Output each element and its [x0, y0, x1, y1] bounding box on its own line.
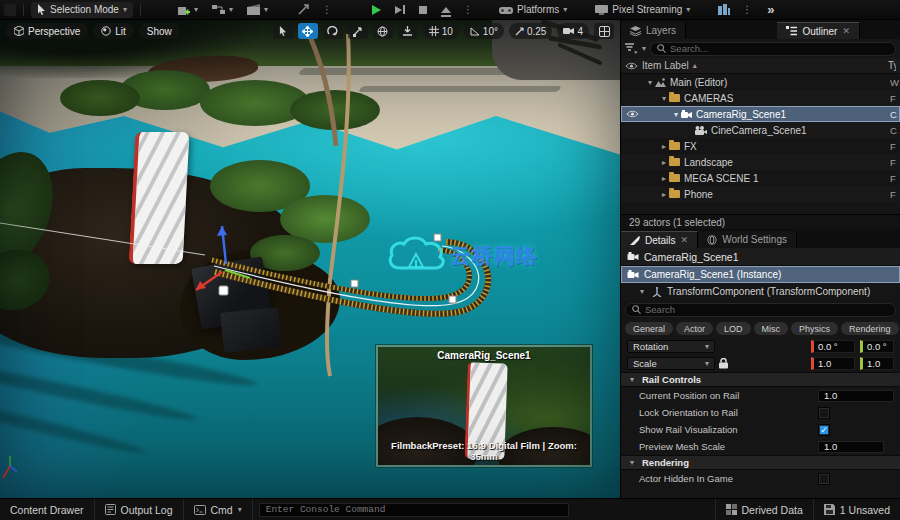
rotation-dropdown[interactable]: Rotation ▾ — [627, 340, 715, 353]
lock-orientation-checkbox[interactable]: ✓ — [818, 407, 830, 419]
camera-speed-control[interactable]: 4 — [557, 23, 589, 39]
tab-world-settings[interactable]: World Settings — [698, 231, 797, 248]
derived-data-button[interactable]: Derived Data — [715, 499, 813, 520]
move-tool-button[interactable] — [298, 23, 318, 39]
preview-mesh-field[interactable]: 1.0 — [818, 441, 884, 453]
spline-point[interactable] — [449, 296, 456, 303]
visibility-eye-icon[interactable] — [626, 110, 639, 118]
chip-lod[interactable]: LOD — [716, 322, 751, 335]
actor-hidden-checkbox[interactable]: ✓ — [818, 473, 830, 485]
chevron-down-icon[interactable]: ▾ — [642, 44, 646, 53]
world-space-toggle[interactable] — [373, 23, 393, 39]
collapse-icon[interactable]: ▾ — [659, 94, 669, 103]
current-position-field[interactable]: 1.0 — [818, 390, 894, 402]
spline-point[interactable] — [351, 280, 358, 287]
chip-general[interactable]: General — [625, 322, 673, 335]
surface-snap-button[interactable] — [398, 23, 418, 39]
row-label: Phone — [684, 189, 713, 200]
select-tool-button[interactable] — [273, 23, 293, 39]
lit-mode-dropdown[interactable]: Lit — [93, 23, 134, 39]
editor-utility-button[interactable] — [713, 2, 735, 18]
outliner-row-camerarig[interactable]: ▾ CameraRig_Scene1 C — [621, 106, 900, 122]
tab-outliner[interactable]: Outliner ✕ — [777, 22, 860, 39]
level-viewport[interactable]: 云桥网络 CameraRig_Scene1 FilmbackPreset: 16… — [0, 20, 620, 498]
eye-icon[interactable] — [625, 62, 638, 70]
chip-rendering[interactable]: Rendering — [841, 322, 899, 335]
eject-button[interactable] — [436, 2, 456, 18]
tab-layers[interactable]: Layers — [621, 22, 686, 39]
expand-icon[interactable]: ▸ — [659, 142, 669, 151]
component-row-instance[interactable]: CameraRig_Scene1 (Instance) — [621, 266, 900, 283]
row-type: C — [890, 109, 900, 120]
perspective-dropdown[interactable]: Perspective — [6, 23, 88, 39]
platforms-dropdown[interactable]: Platforms ▾ — [494, 2, 572, 18]
toolbar-expand-chevrons[interactable]: » — [767, 2, 774, 17]
outliner-row-cameras[interactable]: ▾ CAMERAS F — [621, 90, 900, 106]
layers-icon — [630, 26, 641, 36]
lock-icon[interactable] — [719, 358, 728, 369]
column-item-label[interactable]: Item Label — [642, 60, 689, 71]
scale-snap-control[interactable]: 0.25 — [509, 23, 552, 39]
rotation-snap-control[interactable]: 10° — [464, 23, 504, 39]
outliner-row-cinecamera[interactable]: CineCamera_Scene1 C — [621, 122, 900, 138]
scale-row: Scale ▾ 1.0 1.0 — [621, 355, 900, 372]
component-row-transform[interactable]: ▾ TransformComponent (TransformComponent… — [621, 283, 900, 300]
grid-snap-control[interactable]: 10 — [423, 23, 459, 39]
scale-dropdown[interactable]: Scale ▾ — [627, 357, 715, 370]
scale-tool-button[interactable] — [348, 23, 368, 39]
collapse-icon[interactable]: ▾ — [645, 78, 655, 87]
toolbar-more-dots[interactable]: ⋮ — [739, 4, 755, 15]
outliner-search-input[interactable]: Search... — [650, 42, 896, 56]
chip-physics[interactable]: Physics — [791, 322, 838, 335]
camera-speed-value: 4 — [577, 26, 583, 37]
viewport-layout-button[interactable] — [594, 23, 614, 39]
outliner-row-phone[interactable]: ▸ Phone F — [621, 186, 900, 202]
collapse-icon[interactable]: ▾ — [671, 110, 681, 119]
divider — [140, 4, 141, 16]
tab-details[interactable]: Details ✕ — [621, 231, 698, 248]
selection-mode-dropdown[interactable]: Selection Mode ▾ — [31, 2, 133, 18]
console-command-input[interactable] — [259, 503, 569, 517]
chip-actor[interactable]: Actor — [676, 322, 713, 335]
play-button[interactable] — [367, 2, 386, 18]
expand-icon[interactable]: ▸ — [659, 158, 669, 167]
show-flags-dropdown[interactable]: Show — [139, 23, 180, 39]
chevron-down-icon: ▾ — [238, 505, 242, 514]
output-log-button[interactable]: Output Log — [95, 499, 184, 520]
play-options-dots[interactable]: ⋮ — [460, 4, 476, 15]
expand-icon[interactable]: ▸ — [659, 190, 669, 199]
spline-point-selected[interactable] — [219, 286, 228, 295]
add-actor-dropdown[interactable]: ▾ — [172, 2, 203, 18]
frame-skip-button[interactable] — [390, 2, 410, 18]
close-icon[interactable]: ✕ — [681, 235, 689, 245]
cinematics-dropdown[interactable]: ▾ — [242, 2, 273, 18]
expand-icon[interactable]: ▸ — [659, 174, 669, 183]
collapse-icon[interactable]: ▾ — [637, 287, 647, 296]
close-icon[interactable]: ✕ — [842, 26, 850, 36]
stop-button[interactable] — [414, 2, 432, 18]
details-search-input[interactable]: Search — [625, 303, 896, 317]
content-drawer-button[interactable]: Content Drawer — [0, 499, 95, 520]
scale-y-field[interactable]: 1.0 — [860, 357, 894, 370]
section-rendering[interactable]: ▾ Rendering — [621, 455, 900, 470]
section-rail-controls[interactable]: ▾ Rail Controls — [621, 372, 900, 387]
blueprint-icon — [212, 4, 225, 15]
unsaved-button[interactable]: 1 Unsaved — [813, 499, 900, 520]
blueprints-dropdown[interactable]: ▾ — [207, 2, 238, 18]
rotation-x-field[interactable]: 0.0 ° — [811, 340, 855, 353]
outliner-row-landscape[interactable]: ▸ Landscape F — [621, 154, 900, 170]
outliner-row-main[interactable]: ▾ Main (Editor) W — [621, 74, 900, 90]
filter-icon[interactable] — [625, 43, 638, 54]
scale-x-field[interactable]: 1.0 — [811, 357, 855, 370]
outliner-row-megascene[interactable]: ▸ MEGA SCENE 1 F — [621, 170, 900, 186]
pixel-streaming-dropdown[interactable]: Pixel Streaming ▾ — [590, 2, 695, 18]
chip-misc[interactable]: Misc — [754, 322, 789, 335]
launch-tool-button[interactable] — [293, 2, 315, 18]
cmd-dropdown[interactable]: Cmd ▾ — [184, 499, 253, 520]
rotation-y-field[interactable]: 0.0 ° — [860, 340, 894, 353]
toolbar-overflow-dots[interactable]: ⋮ — [319, 4, 335, 15]
show-rail-checkbox[interactable]: ✓ — [818, 424, 830, 436]
rotate-tool-button[interactable] — [323, 23, 343, 39]
column-type-label[interactable]: Ty — [888, 60, 896, 71]
outliner-row-fx[interactable]: ▸ FX F — [621, 138, 900, 154]
